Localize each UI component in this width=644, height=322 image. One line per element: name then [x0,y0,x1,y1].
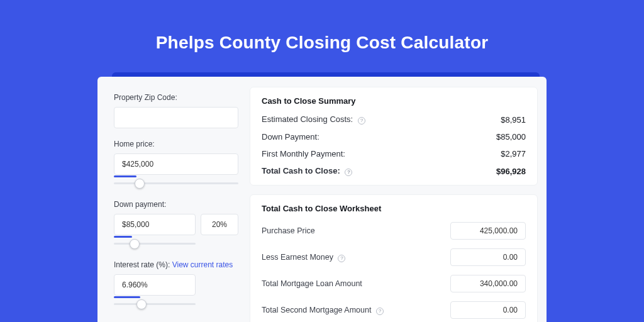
summary-total-value: $96,928 [496,167,526,176]
zip-label: Property Zip Code: [114,93,238,102]
worksheet-label-text: Less Earnest Money [262,253,333,262]
zip-group: Property Zip Code: [114,93,238,128]
home-price-slider-fill [114,175,136,177]
worksheet-label-text: Total Second Mortgage Amount [262,306,371,314]
worksheet-row: Total Second Mortgage Amount ? [262,301,526,319]
home-price-group: Home price: [114,140,238,189]
help-icon[interactable]: ? [376,308,384,315]
interest-label-row: Interest rate (%): View current rates [114,260,238,269]
worksheet-label: Total Second Mortgage Amount ? [262,306,384,315]
down-payment-slider-fill [114,236,132,238]
summary-row-value: $8,951 [501,115,526,125]
summary-row-value: $85,000 [496,132,526,142]
interest-label: Interest rate (%): [114,260,170,269]
summary-row-value: $2,977 [501,149,526,158]
worksheet-value-input[interactable] [450,248,526,266]
worksheet-row: Less Earnest Money ? [262,248,526,266]
help-icon[interactable]: ? [338,255,345,262]
help-icon[interactable]: ? [358,117,365,125]
worksheet-value-input[interactable] [450,275,526,292]
home-price-input[interactable] [114,153,238,175]
calculator-card: Property Zip Code: Home price: Down paym… [97,77,547,322]
worksheet-value-input[interactable] [450,301,526,319]
down-payment-slider[interactable] [114,243,196,245]
down-payment-group: Down payment: [114,200,238,249]
summary-row: First Monthly Payment: $2,977 [262,149,526,158]
summary-label-text: First Monthly Payment: [262,149,345,158]
summary-row: Down Payment: $85,000 [262,132,526,142]
results-column: Cash to Close Summary Estimated Closing … [250,77,547,322]
summary-total-row: Total Cash to Close: ? $96,928 [262,166,526,176]
interest-slider[interactable] [114,303,196,305]
worksheet-label: Less Earnest Money ? [262,253,345,262]
worksheet-row: Purchase Price [262,222,526,240]
worksheet-row: Total Mortgage Loan Amount [262,275,526,292]
help-icon[interactable]: ? [345,169,352,176]
view-rates-link[interactable]: View current rates [172,260,233,269]
worksheet-label: Purchase Price [262,226,315,235]
summary-label-text: Down Payment: [262,132,319,142]
worksheet-label: Total Mortgage Loan Amount [262,279,362,288]
summary-total-label-text: Total Cash to Close: [262,166,340,175]
form-column: Property Zip Code: Home price: Down paym… [97,77,250,322]
zip-input[interactable] [114,107,238,128]
interest-input[interactable] [114,274,196,296]
summary-title: Cash to Close Summary [262,96,526,106]
summary-panel: Cash to Close Summary Estimated Closing … [250,87,538,186]
interest-slider-fill [114,296,140,298]
summary-row: Estimated Closing Costs: ? $8,951 [262,114,526,125]
summary-row-label: Estimated Closing Costs: ? [262,114,365,125]
summary-total-label: Total Cash to Close: ? [262,166,352,176]
interest-group: Interest rate (%): View current rates [114,260,238,309]
page-title: Phelps County Closing Cost Calculator [0,0,644,53]
summary-label-text: Estimated Closing Costs: [262,114,353,124]
worksheet-value-input[interactable] [450,222,526,240]
home-price-slider[interactable] [114,182,238,184]
down-payment-pct-input[interactable] [201,214,238,235]
down-payment-input[interactable] [114,214,196,235]
home-price-label: Home price: [114,140,238,148]
worksheet-panel: Total Cash to Close Worksheet Purchase P… [250,194,538,322]
worksheet-title: Total Cash to Close Worksheet [262,204,526,213]
down-payment-label: Down payment: [114,200,238,209]
